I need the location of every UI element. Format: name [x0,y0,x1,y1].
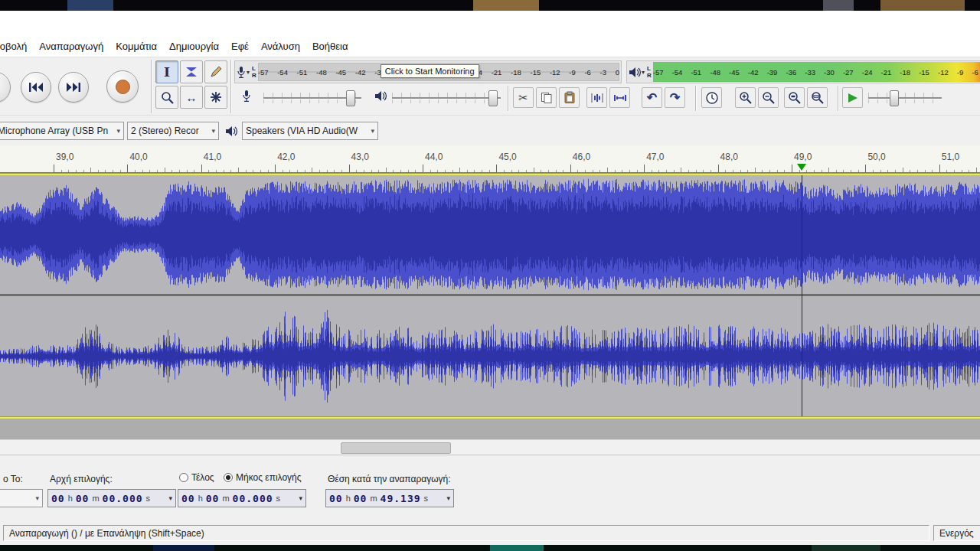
playback-position-time[interactable]: 00h 00m 49.139s ▾ [325,489,454,507]
db-scale-number: -9 [957,68,963,77]
menu-item[interactable]: Ανάλυση [255,37,306,57]
slider-thumb[interactable] [890,90,899,106]
db-scale-number: -3 [600,68,606,77]
desktop-fragment [490,545,544,551]
ruler-tick [459,168,460,172]
timefield-menu-arrow-icon[interactable]: ▾ [168,494,172,502]
output-device-combo[interactable]: Speakers (VIA HD Audio(W ▾ [242,122,378,140]
fit-project-button[interactable] [807,87,828,108]
ruler-tick [806,170,807,172]
ruler-tick [54,165,54,172]
db-scale-number: -48 [316,68,327,77]
horizontal-scrollbar[interactable] [0,439,980,455]
playback-meter-body[interactable]: -57-54-51-48-45-42-39-36-33-30-27-24-21-… [653,61,980,83]
recording-meter[interactable]: ▾ L R -57-54-51-48-45-42-39-36-33-30-27-… [234,60,622,83]
monitoring-tooltip: Click to Start Monitoring [381,64,479,78]
ruler-tick [747,170,748,172]
waveform-left-channel[interactable] [0,175,980,294]
slider-thumb[interactable] [488,90,498,106]
playback-meter-header[interactable]: ▾ L R [627,65,653,79]
meter-dropdown-arrow-icon[interactable]: ▾ [247,69,250,76]
copy-button[interactable] [536,87,557,108]
ruler-time-label: 41,0 [204,152,221,162]
selection-start-label: Αρχή επιλογής: [50,474,113,484]
menu-item[interactable]: Προβολή [0,37,33,57]
radio-icon[interactable] [179,473,188,482]
selection-length-time[interactable]: 00h 00m 00.000s ▾ [178,489,306,507]
meter-dropdown-arrow-icon[interactable]: ▾ [642,69,645,76]
waveform-right-channel[interactable] [0,296,980,416]
ruler-tick [430,170,431,172]
ruler-tick [378,170,379,172]
silence-audio-button[interactable] [609,87,630,108]
scissors-icon: ✂ [518,91,528,105]
time-minutes[interactable]: 00 [206,493,220,504]
scrollbar-thumb[interactable] [341,442,451,454]
sync-lock-button[interactable] [701,87,722,108]
meter-right-label: R [647,72,652,79]
multi-tool-button[interactable] [204,86,227,109]
playback-meter[interactable]: ▾ L R -57-54-51-48-45-42-39-36-33-30-27-… [626,60,980,83]
input-device-combo[interactable]: Microphone Array (USB Pn ▾ [0,122,124,140]
timefield-menu-arrow-icon[interactable]: ▾ [299,494,302,502]
time-seconds[interactable]: 49.139 [381,493,421,504]
ruler-tick [327,170,328,172]
envelope-tool-button[interactable] [180,60,203,83]
time-minutes[interactable]: 00 [354,493,368,504]
timeline-ruler[interactable]: 39,040,041,042,043,044,045,046,047,048,0… [0,145,980,173]
undo-icon: ↶ [647,92,657,104]
selection-tool-button[interactable]: I [155,60,178,83]
selection-end-radio[interactable]: Τέλος [179,472,214,483]
recording-meter-header[interactable]: ▾ L R [235,65,258,79]
time-minutes[interactable]: 00 [76,493,90,504]
paste-button[interactable] [559,87,580,108]
magnifier-icon [161,91,174,104]
skip-to-end-button[interactable] [58,72,89,103]
snap-to-combo[interactable]: ▾ [0,489,43,507]
playhead-triangle-icon[interactable] [797,164,806,171]
menu-item[interactable]: Κομμάτια [109,37,163,57]
ruler-tick [703,170,704,172]
time-hours[interactable]: 00 [329,493,343,504]
play-speed-slider[interactable] [868,86,942,108]
timefield-menu-arrow-icon[interactable]: ▾ [446,494,450,502]
ruler-tick [755,168,756,172]
recording-volume-slider[interactable] [263,86,361,108]
cut-button[interactable]: ✂ [513,87,534,108]
undo-button[interactable]: ↶ [642,87,662,108]
stop-button[interactable] [0,72,11,103]
time-shift-tool-button[interactable]: ↔ [180,86,203,109]
menu-item[interactable]: Αναπαραγωγή [33,37,109,57]
selection-length-radio[interactable]: Μήκος επιλογής [224,472,302,483]
fit-selection-button[interactable] [784,87,805,108]
time-hours[interactable]: 00 [181,493,195,504]
draw-tool-button[interactable] [204,60,227,83]
time-hours[interactable]: 00 [51,493,65,504]
db-scale-number: -15 [530,68,541,77]
slider-thumb[interactable] [346,90,355,106]
menu-item[interactable]: Δημιουργία [163,37,225,57]
skip-to-start-button[interactable] [21,72,51,103]
play-at-speed-button[interactable] [842,87,863,108]
redo-button[interactable]: ↷ [665,87,685,108]
input-channels-combo[interactable]: 2 (Stereo) Recor ▾ [127,122,219,140]
unit-s: s [424,494,429,503]
time-seconds[interactable]: 00.000 [233,493,273,504]
ruler-tick [969,170,969,172]
record-button[interactable] [106,70,139,103]
db-scale-number: -21 [881,68,892,77]
recording-meter-body[interactable]: -57-54-51-48-45-42-39-36-33-30-27-24-21-… [258,61,621,83]
time-seconds[interactable]: 00.000 [103,493,143,504]
zoom-tool-button[interactable] [155,86,178,109]
selection-start-time[interactable]: 00h 00m 00.000s ▾ [47,489,176,507]
menu-item[interactable]: Βοήθεια [306,37,354,57]
desktop-fragment [823,0,854,11]
playback-volume-slider[interactable] [392,86,501,108]
chevron-down-icon: ▾ [208,127,215,135]
menu-item[interactable]: Εφέ [225,37,255,57]
zoom-out-button[interactable] [758,87,779,108]
unit-m: m [370,494,377,503]
radio-checked-icon[interactable] [224,473,233,482]
zoom-in-button[interactable] [735,87,756,108]
trim-audio-button[interactable] [586,87,607,108]
